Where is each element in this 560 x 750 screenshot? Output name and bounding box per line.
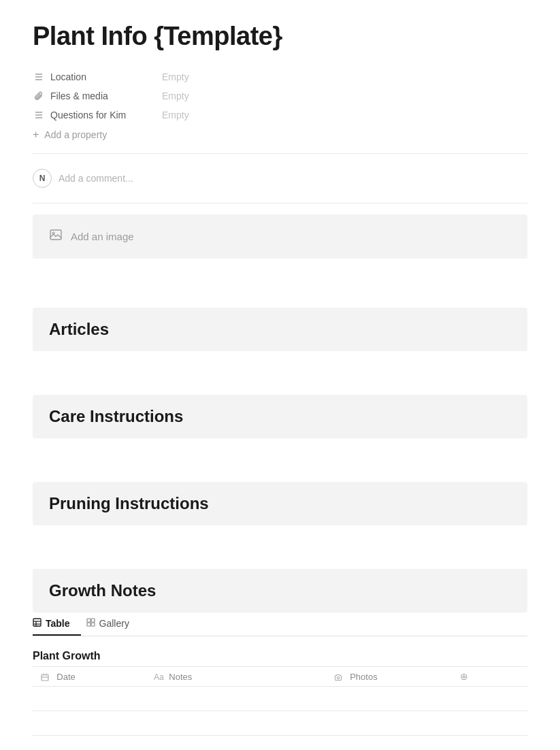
- table-icon: [33, 618, 42, 629]
- tab-gallery[interactable]: Gallery: [86, 613, 140, 636]
- property-files-media[interactable]: Files & media Empty: [33, 86, 527, 105]
- col-notes-label: Notes: [169, 672, 192, 682]
- plus-icon: +: [33, 129, 39, 141]
- table-name: Plant Growth: [33, 645, 527, 666]
- cell-notes-1[interactable]: [146, 687, 326, 711]
- cell-notes-2[interactable]: [146, 711, 326, 736]
- growth-notes-section: Growth Notes Table: [33, 569, 527, 736]
- table-section: Plant Growth: [33, 645, 527, 736]
- cell-extra-2: [452, 711, 527, 736]
- image-icon: [49, 228, 63, 245]
- tab-gallery-label: Gallery: [99, 618, 129, 629]
- svg-rect-15: [91, 623, 95, 626]
- svg-rect-8: [33, 619, 41, 626]
- comment-placeholder: Add a comment...: [59, 173, 133, 184]
- add-image-label: Add an image: [71, 231, 134, 242]
- questions-kim-value: Empty: [162, 110, 189, 120]
- cell-extra-1: [452, 687, 527, 711]
- svg-rect-12: [87, 619, 90, 622]
- property-location[interactable]: Location Empty: [33, 67, 527, 86]
- cell-photos-2[interactable]: [326, 711, 452, 736]
- cell-date-1[interactable]: [33, 687, 146, 711]
- page-title: Plant Info {Template}: [33, 22, 527, 51]
- location-label: Location: [50, 71, 86, 82]
- spacer-4: [33, 531, 527, 553]
- table-row[interactable]: [33, 687, 527, 711]
- col-header-photos: Photos: [326, 667, 452, 687]
- growth-notes-header: Growth Notes: [33, 569, 527, 613]
- comment-row[interactable]: N Add a comment...: [33, 162, 527, 195]
- svg-rect-6: [50, 230, 61, 240]
- tab-table-label: Table: [46, 618, 70, 629]
- pruning-instructions-section: Pruning Instructions: [33, 482, 527, 525]
- col-header-date: Date: [33, 667, 146, 687]
- files-media-label: Files & media: [50, 91, 108, 101]
- spacer-1: [33, 270, 527, 291]
- properties-section: Location Empty Files & media Empty: [33, 67, 527, 145]
- col-date-label: Date: [56, 672, 75, 682]
- paperclip-icon: [33, 91, 45, 101]
- plant-growth-table: Date Aa Notes: [33, 666, 527, 736]
- list-icon: [33, 72, 45, 82]
- notes-aa-icon: Aa: [154, 672, 164, 682]
- svg-rect-13: [91, 619, 95, 622]
- col-photos-label: Photos: [350, 672, 377, 682]
- questions-kim-label: Questions for Kim: [50, 110, 126, 120]
- location-value: Empty: [162, 71, 189, 82]
- files-media-value: Empty: [162, 91, 189, 101]
- divider-2: [33, 203, 527, 203]
- gallery-icon: [86, 618, 95, 629]
- growth-notes-title: Growth Notes: [49, 581, 156, 600]
- date-icon: [41, 672, 54, 682]
- divider-1: [33, 153, 527, 154]
- growth-notes-tabs: Table Gallery: [33, 613, 527, 636]
- property-questions-kim[interactable]: Questions for Kim Empty: [33, 105, 527, 125]
- list-icon-2: [33, 110, 45, 120]
- cell-photos-1[interactable]: [326, 687, 452, 711]
- spacer-3: [33, 444, 527, 466]
- add-col-icon: ⊕: [460, 671, 468, 682]
- svg-point-20: [337, 677, 339, 679]
- tab-table[interactable]: Table: [33, 613, 81, 636]
- col-header-notes: Aa Notes: [146, 667, 326, 687]
- svg-rect-14: [87, 623, 90, 626]
- col-header-extra[interactable]: ⊕: [452, 667, 527, 687]
- spacer-2: [33, 357, 527, 378]
- photos-icon: [334, 672, 347, 682]
- care-instructions-heading: Care Instructions: [49, 407, 183, 425]
- table-row[interactable]: [33, 711, 527, 736]
- add-property-label: Add a property: [44, 129, 107, 140]
- add-image-block[interactable]: Add an image: [33, 214, 527, 259]
- avatar: N: [33, 169, 52, 188]
- care-instructions-section: Care Instructions: [33, 395, 527, 438]
- articles-heading: Articles: [49, 320, 109, 338]
- pruning-instructions-heading: Pruning Instructions: [49, 494, 209, 512]
- articles-section: Articles: [33, 308, 527, 351]
- cell-date-2[interactable]: [33, 711, 146, 736]
- add-property-button[interactable]: + Add a property: [33, 125, 527, 145]
